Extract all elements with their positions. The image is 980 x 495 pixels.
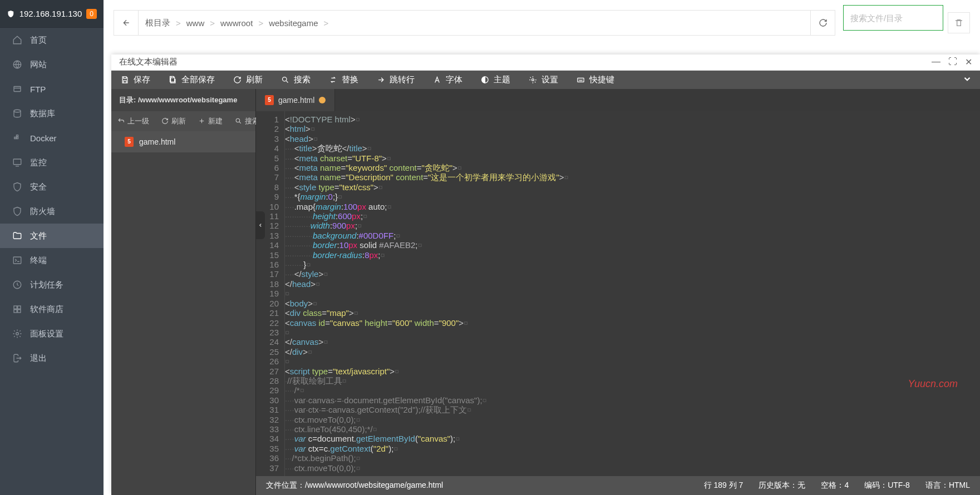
search-icon — [280, 75, 289, 84]
cron-icon — [12, 280, 22, 290]
svg-rect-17 — [577, 78, 583, 82]
nav-monitor[interactable]: 监控 — [0, 150, 104, 175]
code-lines[interactable]: <!DOCTYPE html>¤<html>¤<head>¤····<title… — [285, 111, 980, 476]
shield-icon — [7, 9, 15, 19]
panel-icon — [12, 329, 22, 339]
theme-button[interactable]: 主题 — [471, 71, 519, 89]
svg-rect-10 — [18, 306, 21, 309]
svg-point-13 — [16, 333, 19, 335]
docker-icon — [12, 133, 22, 143]
saveall-button[interactable]: 全部保存 — [159, 71, 224, 89]
maximize-button[interactable]: ⛶ — [948, 57, 957, 67]
terminal-icon — [12, 255, 22, 265]
cursor-pos: 行 189 列 7 — [704, 481, 743, 491]
svg-point-16 — [531, 79, 534, 81]
panel-refresh[interactable]: 刷新 — [155, 111, 192, 131]
editor-title: 在线文本编辑器 — [119, 57, 178, 67]
tabs: 5 game.html — [256, 89, 980, 111]
tab-game-html[interactable]: 5 game.html — [256, 89, 335, 111]
save-icon — [120, 75, 129, 84]
language[interactable]: 语言：HTML — [925, 481, 970, 491]
replace-icon — [328, 75, 337, 84]
nav-logout[interactable]: 退出 — [0, 346, 104, 370]
home-icon — [12, 35, 22, 45]
svg-rect-5 — [17, 135, 18, 137]
files-icon — [12, 231, 22, 241]
nav-firewall[interactable]: 防火墙 — [0, 199, 104, 224]
history[interactable]: 历史版本：无 — [759, 481, 805, 491]
path-refresh-button[interactable] — [810, 11, 835, 35]
crumb-2[interactable]: wwwroot — [220, 18, 253, 28]
notify-badge[interactable]: 0 — [86, 9, 97, 19]
firewall-icon — [12, 206, 22, 216]
collapse-handle[interactable] — [256, 211, 265, 239]
svg-rect-6 — [13, 159, 21, 165]
database-icon — [12, 108, 22, 118]
close-button[interactable]: ✕ — [965, 57, 972, 67]
goto-button[interactable]: 跳转行 — [367, 71, 423, 89]
refresh-icon — [233, 75, 242, 84]
nav: 首页网站FTP数据库Docker监控安全防火墙文件终端计划任务软件商店面板设置退… — [0, 28, 104, 370]
save-button[interactable]: 保存 — [111, 71, 159, 89]
expand-button[interactable] — [954, 74, 980, 86]
site-icon — [12, 60, 22, 70]
nav-docker[interactable]: Docker — [0, 126, 104, 150]
svg-rect-4 — [17, 137, 18, 139]
nav-files[interactable]: 文件 — [0, 224, 104, 248]
svg-rect-9 — [14, 306, 17, 309]
sidebar-header: 192.168.191.130 0 — [0, 0, 104, 28]
settings-button[interactable]: 设置 — [519, 71, 567, 89]
svg-point-18 — [236, 119, 240, 123]
file-panel: 目录: /www/wwwroot/websitegame 上一级刷新新建搜索 5… — [111, 89, 256, 495]
editor-window: 在线文本编辑器 — ⛶ ✕ 保存全部保存刷新搜索替换跳转行字体主题设置快捷键 目… — [111, 55, 980, 495]
code-view[interactable]: 1234567891011121314151617181920212223242… — [256, 111, 980, 476]
font-icon — [432, 75, 441, 84]
refresh-button[interactable]: 刷新 — [224, 71, 272, 89]
panel-up[interactable]: 上一级 — [111, 111, 155, 131]
file-list: 5game.html — [111, 131, 255, 495]
gutter: 1234567891011121314151617181920212223242… — [256, 111, 285, 476]
nav-database[interactable]: 数据库 — [0, 101, 104, 126]
svg-point-2 — [14, 110, 21, 112]
replace-button[interactable]: 替换 — [319, 71, 367, 89]
nav-terminal[interactable]: 终端 — [0, 248, 104, 273]
svg-rect-12 — [18, 310, 21, 313]
minimize-button[interactable]: — — [932, 57, 940, 67]
nav-cron[interactable]: 计划任务 — [0, 273, 104, 297]
svg-rect-3 — [14, 137, 16, 139]
goto-icon — [376, 75, 385, 84]
html5-icon: 5 — [265, 95, 274, 105]
nav-home[interactable]: 首页 — [0, 28, 104, 52]
saveall-icon — [168, 75, 177, 84]
font-button[interactable]: 字体 — [423, 71, 471, 89]
html5-icon: 5 — [125, 137, 134, 147]
back-button[interactable] — [114, 11, 139, 35]
nav-security[interactable]: 安全 — [0, 175, 104, 199]
theme-icon — [480, 75, 489, 84]
search-button[interactable]: 搜索 — [272, 71, 319, 89]
crumb-3[interactable]: websitegame — [269, 18, 318, 28]
svg-rect-1 — [14, 87, 21, 92]
nav-ftp[interactable]: FTP — [0, 77, 104, 101]
file-panel-path: 目录: /www/wwwroot/websitegame — [111, 89, 255, 111]
server-ip: 192.168.191.130 — [19, 9, 82, 18]
shortcut-button[interactable]: 快捷键 — [567, 71, 623, 89]
nav-panel[interactable]: 面板设置 — [0, 321, 104, 346]
crumb-1[interactable]: www — [186, 18, 205, 28]
encoding[interactable]: 编码：UTF-8 — [864, 481, 910, 491]
security-icon — [12, 182, 22, 192]
file-item[interactable]: 5game.html — [111, 131, 255, 152]
panel-new[interactable]: 新建 — [192, 111, 229, 131]
settings-icon — [528, 75, 537, 84]
code-area: 5 game.html 1234567891011121314151617181… — [256, 89, 980, 495]
crumb-0[interactable]: 根目录 — [145, 18, 170, 28]
breadcrumb: 根目录>www>wwwroot>websitegame> — [139, 18, 810, 28]
nav-site[interactable]: 网站 — [0, 52, 104, 77]
search-input[interactable] — [843, 5, 943, 31]
editor-titlebar: 在线文本编辑器 — ⛶ ✕ — [111, 55, 980, 71]
trash-button[interactable] — [948, 12, 970, 33]
nav-store[interactable]: 软件商店 — [0, 297, 104, 321]
logout-icon — [12, 353, 22, 363]
indent[interactable]: 空格：4 — [821, 481, 849, 491]
svg-rect-11 — [14, 310, 17, 313]
